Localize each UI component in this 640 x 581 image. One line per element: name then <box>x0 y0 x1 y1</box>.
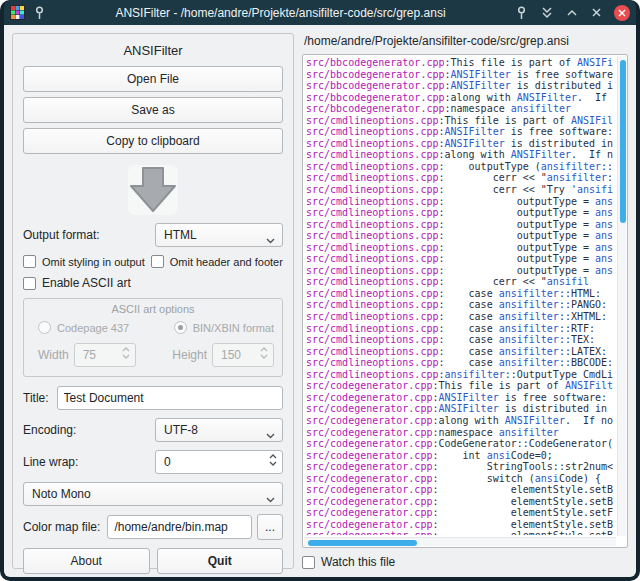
code-line: src/bbcodegenerator.cpp:along with ANSIF… <box>306 92 615 104</box>
enable-ascii-checkbox[interactable]: Enable ASCII art <box>23 276 131 290</box>
code-line: src/cmdlineoptions.cpp: outputType = ans <box>306 230 615 242</box>
omit-header-label: Omit header and footer <box>170 256 283 268</box>
code-line: src/cmdlineoptions.cpp: cerr << "ansifil <box>306 276 615 288</box>
output-format-select[interactable]: HTML <box>155 223 283 247</box>
horizontal-scrollbar[interactable] <box>304 537 616 546</box>
line-wrap-value: 0 <box>164 455 171 469</box>
bottom-button-row: About Quit <box>23 548 283 574</box>
open-file-button[interactable]: Open File <box>23 66 283 92</box>
height-value: 150 <box>221 348 241 362</box>
pin-icon[interactable] <box>32 5 47 20</box>
font-select[interactable]: Noto Mono <box>23 482 283 506</box>
title-input[interactable] <box>57 386 283 410</box>
code-line: src/cmdlineoptions.cpp: case ansifilter:… <box>306 299 615 311</box>
codepage-437-label: Codepage 437 <box>57 322 129 334</box>
window-content: ANSIFilter Open File Save as Copy to cli… <box>4 25 636 577</box>
quit-button[interactable]: Quit <box>157 548 284 574</box>
line-wrap-stepper[interactable]: 0 <box>155 450 283 474</box>
stepper-arrows-icon <box>122 347 130 359</box>
omit-options-row: Omit styling in output Omit header and f… <box>23 255 283 268</box>
code-line: src/codegenerator.cpp: elementStyle.setB <box>306 530 615 535</box>
code-line: src/codegenerator.cpp: elementStyle.setB <box>306 496 615 508</box>
codepage-437-radio[interactable]: Codepage 437 <box>38 321 129 334</box>
file-path-label: /home/andre/Projekte/ansifilter-code/src… <box>304 34 628 48</box>
bin-xbin-radio[interactable]: BIN/XBIN format <box>174 321 274 334</box>
encoding-select[interactable]: UTF-8 <box>155 418 283 442</box>
enable-ascii-row: Enable ASCII art <box>23 276 283 290</box>
code-line: src/codegenerator.cpp:ANSIFilter is free… <box>306 392 615 404</box>
color-map-input[interactable] <box>107 515 252 539</box>
code-line: src/cmdlineoptions.cpp: case ansifilter:… <box>306 334 615 346</box>
enable-ascii-label: Enable ASCII art <box>42 276 131 290</box>
encoding-row: Encoding: UTF-8 <box>23 418 283 442</box>
shade-double-chevron-down-icon[interactable] <box>539 5 554 20</box>
encoding-label: Encoding: <box>23 423 76 437</box>
code-line: src/cmdlineoptions.cpp: outputType (ansi… <box>306 161 615 173</box>
about-button[interactable]: About <box>23 548 150 574</box>
download-arrow-icon <box>23 165 283 215</box>
stepper-arrows-icon <box>269 454 277 466</box>
code-line: src/cmdlineoptions.cpp: outputType = ans <box>306 242 615 254</box>
code-line: src/cmdlineoptions.cpp: outputType = ans <box>306 265 615 277</box>
code-line: src/cmdlineoptions.cpp:along with ANSIFi… <box>306 149 615 161</box>
watch-file-checkbox[interactable]: Watch this file <box>302 555 628 569</box>
output-format-value: HTML <box>164 228 197 242</box>
code-line: src/cmdlineoptions.cpp: cerr << "Try 'an… <box>306 184 615 196</box>
color-map-label: Color map file: <box>23 520 100 534</box>
omit-styling-checkbox[interactable]: Omit styling in output <box>23 255 145 268</box>
height-stepper[interactable]: 150 <box>212 343 274 367</box>
horizontal-scrollbar-thumb[interactable] <box>308 540 417 546</box>
app-title-label: ANSIFilter <box>23 43 283 58</box>
save-as-button[interactable]: Save as <box>23 97 283 123</box>
titlebar-right <box>514 5 630 21</box>
ansi-text-view[interactable]: src/bbcodegenerator.cpp:This file is par… <box>302 54 628 548</box>
vertical-scrollbar-thumb[interactable] <box>620 60 626 223</box>
code-line: src/codegenerator.cpp:namespace ansifilt… <box>306 427 615 439</box>
checkbox-box <box>23 277 36 290</box>
checkbox-box <box>23 255 36 268</box>
titlebar[interactable]: ANSIFilter - /home/andre/Projekte/ansifi… <box>4 0 636 25</box>
code-line: src/bbcodegenerator.cpp:namespace ansifi… <box>306 103 615 115</box>
browse-button[interactable]: ... <box>257 514 283 540</box>
line-wrap-label: Line wrap: <box>23 455 78 469</box>
bin-xbin-label: BIN/XBIN format <box>193 322 274 334</box>
code-line: src/codegenerator.cpp: elementStyle.setF <box>306 507 615 519</box>
radio-circle <box>38 321 51 334</box>
width-value: 75 <box>83 348 96 362</box>
code-line: src/bbcodegenerator.cpp:ANSIFilter is fr… <box>306 69 615 81</box>
ascii-art-options-group: ASCII art options Codepage 437 BIN/XBIN … <box>23 298 283 377</box>
code-line: src/codegenerator.cpp:This file is part … <box>306 380 615 392</box>
code-line: src/cmdlineoptions.cpp: outputType = ans <box>306 253 615 265</box>
minimize-chevron-up-icon[interactable] <box>564 5 579 20</box>
copy-to-clipboard-button[interactable]: Copy to clipboard <box>23 128 283 154</box>
code-line: src/cmdlineoptions.cpp:ANSIFilter is dis… <box>306 138 615 150</box>
output-format-label: Output format: <box>23 228 100 242</box>
keep-above-pin-icon[interactable] <box>514 5 529 20</box>
ascii-mode-row: Codepage 437 BIN/XBIN format <box>32 321 274 334</box>
font-row: Noto Mono <box>23 482 283 506</box>
code-line: src/codegenerator.cpp: elementStyle.setB <box>306 519 615 531</box>
code-line: src/cmdlineoptions.cpp: case ansifilter:… <box>306 311 615 323</box>
omit-header-checkbox[interactable]: Omit header and footer <box>151 255 283 268</box>
code-line: src/bbcodegenerator.cpp:This file is par… <box>306 57 615 69</box>
checkbox-box <box>151 255 164 268</box>
code-line: src/codegenerator.cpp: StringTools::str2… <box>306 461 615 473</box>
stepper-arrows-icon <box>260 347 268 359</box>
code-line: src/codegenerator.cpp: int ansiCode=0; <box>306 450 615 462</box>
app-window: ANSIFilter - /home/andre/Projekte/ansifi… <box>0 0 640 581</box>
main-panel: /home/andre/Projekte/ansifilter-code/src… <box>302 33 628 569</box>
code-line: src/cmdlineoptions.cpp: outputType = ans <box>306 196 615 208</box>
close-button[interactable] <box>614 5 630 21</box>
font-value: Noto Mono <box>32 487 91 501</box>
maximize-x-icon[interactable] <box>589 5 604 20</box>
chevron-down-icon <box>266 428 275 442</box>
width-stepper[interactable]: 75 <box>74 343 136 367</box>
vertical-scrollbar[interactable] <box>617 56 626 536</box>
code-line: src/cmdlineoptions.cpp:ansifilter::Outpu… <box>306 369 615 381</box>
app-icon <box>10 5 25 20</box>
ansi-text-content: src/bbcodegenerator.cpp:This file is par… <box>306 57 615 535</box>
watch-file-label: Watch this file <box>321 555 395 569</box>
code-line: src/codegenerator.cpp:along with ANSIFil… <box>306 415 615 427</box>
code-line: src/bbcodegenerator.cpp:ANSIFilter is di… <box>306 80 615 92</box>
checkbox-box <box>302 556 315 569</box>
